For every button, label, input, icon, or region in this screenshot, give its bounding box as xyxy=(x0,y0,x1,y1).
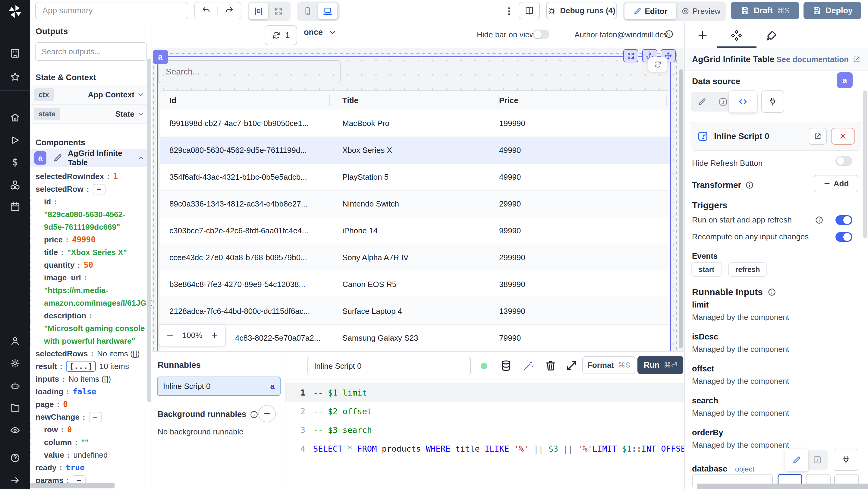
template-fx-mode-icon[interactable]: f xyxy=(813,455,822,464)
column-header-id[interactable]: Id xyxy=(169,91,176,110)
static-pencil-active-button[interactable] xyxy=(785,449,808,471)
ctx-row[interactable]: ctx App Context xyxy=(30,85,148,104)
app-canvas[interactable]: a Search... IdTitlePrice f991898d-cb27-4… xyxy=(152,48,684,351)
inline-script-row[interactable]: f Inline Script 0 xyxy=(691,122,861,151)
zoom-out-icon[interactable] xyxy=(166,331,174,339)
hide-refresh-toggle[interactable] xyxy=(835,156,852,166)
output-entry-id[interactable]: id: xyxy=(30,195,147,208)
expand-rail-arrow-icon[interactable] xyxy=(10,475,20,485)
chevron-down-icon[interactable] xyxy=(137,110,145,118)
output-entry-page[interactable]: page:0 xyxy=(30,398,147,410)
state-row[interactable]: state State xyxy=(30,104,148,124)
component-refresh-button[interactable] xyxy=(648,57,667,72)
expand-array-button[interactable]: [...] xyxy=(66,361,96,372)
windmill-logo-icon[interactable] xyxy=(7,4,23,19)
tab-preview[interactable]: Preview xyxy=(677,3,724,19)
pencil-icon[interactable] xyxy=(53,153,62,163)
mobile-view-button[interactable] xyxy=(298,3,317,19)
trigger-toggle[interactable] xyxy=(835,232,852,242)
connect-plug-button[interactable] xyxy=(761,90,784,113)
debug-runs-button[interactable]: Debug runs (4) xyxy=(546,2,617,19)
table-row[interactable]: c303bce7-cb2e-42c6-8fdf-6aa01fc4e4...iPh… xyxy=(160,217,670,244)
output-entry-row[interactable]: row:0 xyxy=(30,423,147,436)
output-entry-result[interactable]: result:[...]10 items xyxy=(30,360,147,373)
settings-components-tab[interactable] xyxy=(731,30,743,41)
collapse-button[interactable]: – xyxy=(89,412,101,422)
table-search-input[interactable]: Search... xyxy=(158,60,341,83)
output-entry-loading[interactable]: loading:false xyxy=(30,385,147,398)
add-background-runnable-button[interactable] xyxy=(258,405,276,422)
runs-icon[interactable] xyxy=(10,135,20,145)
run-button[interactable]: Run ⌘⏎ xyxy=(638,356,683,374)
insert-component-plus-tab[interactable] xyxy=(697,30,708,41)
format-button[interactable]: Format ⌘S xyxy=(582,356,635,374)
variables-dollar-icon[interactable] xyxy=(10,157,20,167)
delete-trash-icon[interactable] xyxy=(545,360,557,372)
styling-brush-tab[interactable] xyxy=(766,30,778,41)
schedules-icon[interactable] xyxy=(10,202,20,212)
code-line-4[interactable]: 4SELECT * FROM products WHERE title ILIK… xyxy=(285,439,684,458)
canvas-scrollbar-vertical[interactable] xyxy=(679,69,683,348)
open-script-button[interactable] xyxy=(809,128,827,145)
frequency-dropdown[interactable]: once xyxy=(304,28,337,37)
table-row[interactable]: 4c83-8022-5e70a07a2...Samsung Galaxy S23… xyxy=(160,325,670,351)
output-entry-selectedRows[interactable]: selectedRows:No items ([]) xyxy=(30,347,147,360)
outputs-scrollbar-horizontal[interactable] xyxy=(30,483,115,488)
trigger-toggle[interactable] xyxy=(835,215,852,225)
output-entry-title[interactable]: title:"Xbox Series X" xyxy=(30,246,147,259)
output-entry-price[interactable]: price:49990 xyxy=(30,233,147,246)
redo-icon[interactable] xyxy=(218,6,241,16)
folders-icon[interactable] xyxy=(10,403,20,413)
tab-editor[interactable]: Editor xyxy=(624,3,676,19)
expand-editor-icon[interactable] xyxy=(566,360,578,372)
event-chip-start[interactable]: start xyxy=(691,262,721,277)
deploy-button[interactable]: Deploy xyxy=(804,2,861,19)
output-entry-newChange[interactable]: newChange:– xyxy=(30,410,147,423)
see-documentation-link[interactable]: See documentation xyxy=(776,55,849,64)
outputs-scrollbar-vertical[interactable] xyxy=(147,59,151,402)
code-area[interactable]: 1-- $1 limit2-- $2 offset3-- $3 search4S… xyxy=(285,379,684,489)
resources-icon[interactable] xyxy=(10,180,20,190)
fullwidth-button[interactable] xyxy=(269,3,288,19)
app-summary-input[interactable]: App summary xyxy=(35,2,188,19)
users-icon[interactable] xyxy=(10,336,20,346)
info-icon[interactable] xyxy=(745,181,754,189)
external-link-icon[interactable] xyxy=(852,55,861,64)
info-icon[interactable] xyxy=(250,410,258,419)
ai-wand-icon[interactable] xyxy=(522,360,534,372)
favorites-star-icon[interactable] xyxy=(10,72,20,82)
undo-icon[interactable] xyxy=(195,6,218,16)
runnable-item-inline-script-0[interactable]: Inline Script 0 a xyxy=(157,376,281,396)
audit-eye-icon[interactable] xyxy=(10,425,20,435)
help-icon[interactable] xyxy=(10,453,20,463)
static-pencil-mode-icon[interactable] xyxy=(698,97,707,106)
table-row[interactable]: ccee43dc-27e0-40a8-b768-b09579b0...Sony … xyxy=(160,244,670,271)
event-chip-refresh[interactable]: refresh xyxy=(728,262,767,277)
desktop-view-button[interactable] xyxy=(318,3,337,19)
output-entry-column[interactable]: column:"" xyxy=(30,436,147,449)
output-entry-selectedRow[interactable]: selectedRow:– xyxy=(30,183,147,195)
code-line-1[interactable]: 1-- $1 limit xyxy=(285,383,684,402)
center-align-button[interactable] xyxy=(249,3,268,19)
table-row[interactable]: 354f6afd-43ac-4321-b1bc-0b5e5adcb...Play… xyxy=(160,164,670,190)
search-outputs-input[interactable]: Search outputs... xyxy=(35,42,147,61)
output-entry-selectedRowIndex[interactable]: selectedRowIndex:1 xyxy=(30,170,147,183)
output-entry-inputs[interactable]: inputs:No items ([]) xyxy=(30,373,147,385)
template-fx-mode-icon[interactable]: f xyxy=(718,97,727,106)
draft-button[interactable]: Draft ⌘S xyxy=(731,2,799,19)
zoom-in-icon[interactable] xyxy=(211,331,218,339)
chevron-up-icon[interactable] xyxy=(137,154,145,162)
script-name-input[interactable]: Inline Script 0 xyxy=(307,357,471,375)
add-transformer-button[interactable]: Add xyxy=(814,175,858,192)
code-line-3[interactable]: 3-- $3 search xyxy=(285,421,684,439)
output-entry-description[interactable]: description: xyxy=(30,309,147,322)
table-row[interactable]: 829ca080-5630-4562-9d5e-7611199d...Xbox … xyxy=(160,137,670,164)
component-list-item-aggrid[interactable]: a AgGrid Infinite Table xyxy=(30,149,148,167)
collapse-button[interactable]: – xyxy=(93,184,105,194)
table-row[interactable]: 2128adca-7fc6-44bd-800c-dc115df6ac...Sur… xyxy=(160,298,670,325)
code-line-2[interactable]: 2-- $2 offset xyxy=(285,402,684,421)
hide-bar-toggle[interactable] xyxy=(532,30,550,39)
code-mode-active-button[interactable] xyxy=(729,90,757,113)
info-icon[interactable] xyxy=(768,288,776,296)
docs-book-button[interactable] xyxy=(519,2,540,19)
